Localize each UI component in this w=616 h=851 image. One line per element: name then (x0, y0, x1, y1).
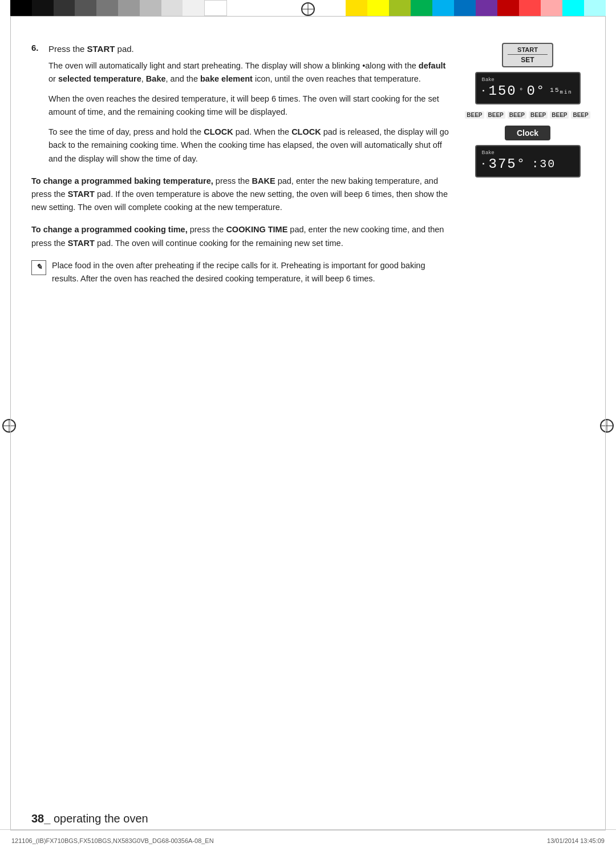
content-row: 6. Press the START pad. The oven will au… (31, 43, 585, 285)
right-column: START SET Bake ▪ 150 ° 0° 15min BEEP BEE… (471, 43, 585, 285)
top-border (10, 16, 606, 17)
left-column: 6. Press the START pad. The oven will au… (31, 43, 453, 285)
display1-zero: 0° (527, 83, 546, 99)
bake-element-bold: bake element (200, 74, 253, 83)
cooking-time-bold: COOKING TIME (226, 225, 287, 234)
section-cooking-bold: To change a programmed cooking time, (31, 225, 188, 234)
selected-temp-bold: selected temperature (58, 74, 141, 83)
display1-temp: 150 (489, 83, 517, 99)
start-bold2: START (68, 239, 95, 248)
beep-6: BEEP (571, 111, 590, 119)
note-text: Place food in the oven after preheating … (52, 259, 453, 285)
clock-button: Clock (505, 126, 550, 140)
display1-reading: ▪ 150 ° 0° 15min (482, 83, 574, 99)
beep-5: BEEP (550, 111, 569, 119)
set-label: SET (508, 56, 548, 64)
default-bold: default (419, 61, 446, 70)
main-content: 6. Press the START pad. The oven will au… (31, 31, 585, 820)
start-bold: START (87, 44, 115, 54)
display2-dot: ▪ (482, 161, 487, 167)
step6-para1: The oven will automatically light and st… (48, 59, 453, 86)
section-bake-bold: To change a programmed baking temperatur… (31, 176, 213, 185)
display1-min: 15min (550, 87, 572, 95)
display-box-1: Bake ▪ 150 ° 0° 15min (475, 72, 581, 104)
step-heading: Press the START pad. (48, 43, 134, 56)
section-cooking: To change a programmed cooking time, pre… (31, 223, 453, 249)
start-label: START (508, 46, 548, 55)
page-label: 38_ operating the oven (31, 812, 148, 825)
registration-mark-left (2, 419, 16, 433)
beep-4: BEEP (529, 111, 548, 119)
registration-mark-top (301, 2, 315, 16)
step6-para2: When the oven reaches the desired temper… (48, 92, 453, 119)
display2-temp: 375° (489, 156, 526, 172)
clock-bold2: CLOCK (291, 127, 321, 136)
page-title: operating the oven (54, 812, 148, 825)
bake-pad-bold: BAKE (252, 176, 275, 185)
display2-label: Bake (482, 150, 574, 155)
start-set-button: START SET (502, 43, 553, 67)
footer-left-text: 121106_(IB)FX710BGS,FX510BGS,NX583G0VB_D… (11, 837, 214, 844)
display2-reading: ▪ 375° :30 (482, 156, 574, 172)
clock-bold: CLOCK (204, 127, 233, 136)
beep-row: BEEP BEEP BEEP BEEP BEEP BEEP (465, 111, 590, 119)
footer-right-text: 13/01/2014 13:45:09 (547, 837, 605, 844)
color-swatches-right (346, 0, 606, 16)
right-border (605, 16, 606, 830)
page-number: 38_ (31, 812, 50, 825)
step-number: 6. (31, 43, 43, 56)
beep-2: BEEP (487, 111, 505, 119)
footer: 121106_(IB)FX710BGS,FX510BGS,NX583G0VB_D… (0, 829, 616, 851)
step6-para3: To see the time of day, press and hold t… (48, 126, 453, 166)
bake-bold: Bake (146, 74, 166, 83)
beep-3: BEEP (508, 111, 526, 119)
display1-degree: ° (519, 87, 525, 95)
black-swatches (10, 0, 227, 16)
start-pad-bold: START (68, 189, 95, 199)
display2-time: :30 (532, 158, 556, 171)
section-bake: To change a programmed baking temperatur… (31, 175, 453, 215)
step-6-header: 6. Press the START pad. (31, 43, 453, 56)
left-border (10, 16, 11, 830)
display1-label: Bake (482, 76, 574, 82)
display-box-2: Bake ▪ 375° :30 (475, 145, 581, 178)
beep-1: BEEP (465, 111, 484, 119)
display1-dot: ▪ (482, 88, 487, 94)
registration-mark-right (600, 419, 614, 433)
note-icon: ✎ (31, 260, 46, 275)
note-block: ✎ Place food in the oven after preheatin… (31, 259, 453, 285)
